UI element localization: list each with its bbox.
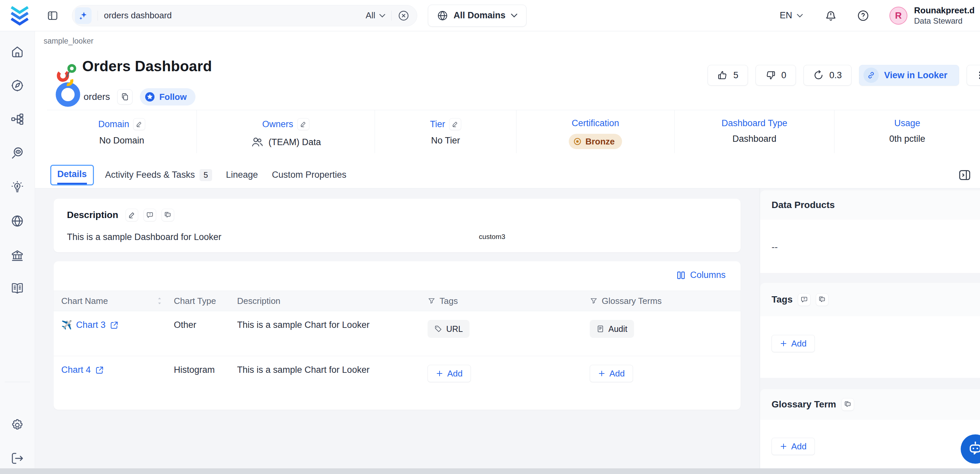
collapse-sidebar-icon[interactable]	[45, 8, 60, 23]
add-glossary-term-button[interactable]: Add	[772, 438, 815, 455]
tab-details[interactable]: Details	[50, 165, 94, 185]
tab-lineage[interactable]: Lineage	[226, 170, 258, 180]
governance-bank-icon[interactable]	[10, 249, 24, 262]
domain-value: No Domain	[99, 135, 144, 146]
help-icon[interactable]	[857, 9, 869, 22]
filter-icon	[590, 297, 598, 305]
book-icon	[597, 325, 605, 333]
certification-label[interactable]: Certification	[572, 118, 619, 129]
user-role: Data Steward	[914, 16, 975, 26]
chart-emoji: ✈️	[61, 320, 72, 330]
chart-3-link[interactable]: ✈️ Chart 3	[61, 320, 174, 330]
copy-icon	[121, 92, 129, 101]
divider	[391, 11, 391, 21]
description-card: Description ?	[54, 199, 741, 252]
tier-label[interactable]: Tier	[430, 119, 445, 129]
meta-tier: Tier No Tier	[375, 110, 517, 153]
plus-icon	[436, 370, 443, 377]
view-in-looker-button[interactable]: View in Looker	[859, 65, 959, 86]
plus-icon	[780, 340, 787, 347]
glossary-suggestions-icon[interactable]	[842, 398, 854, 411]
column-glossary-terms[interactable]: Glossary Terms	[590, 296, 725, 306]
usage-value: 0th pctile	[889, 134, 925, 144]
meta-owners: Owners (TEAM) Data	[197, 110, 375, 153]
popularity-score-button[interactable]: 0.3	[803, 65, 851, 86]
dashboard-type-label[interactable]: Dashboard Type	[722, 118, 788, 129]
globe-icon	[437, 10, 448, 21]
filter-icon	[428, 297, 436, 305]
notifications-bell-icon[interactable]	[825, 10, 837, 22]
tags-body: Add	[760, 316, 980, 378]
search-input[interactable]: orders dashboard	[104, 10, 172, 21]
observability-icon[interactable]	[10, 146, 24, 160]
link-icon	[864, 68, 879, 83]
data-products-value: --	[772, 242, 778, 252]
popularity-icon	[813, 70, 824, 81]
kebab-icon	[975, 70, 980, 80]
upvote-button[interactable]: 5	[708, 65, 748, 86]
main-content: sample_looker Orders Dashboard orders F	[35, 31, 980, 474]
globe-icon[interactable]	[10, 214, 24, 228]
follow-button[interactable]: Follow	[140, 88, 195, 105]
tag-url[interactable]: URL	[428, 320, 469, 338]
compass-icon[interactable]	[10, 78, 24, 92]
tags-suggestions-icon[interactable]	[816, 293, 829, 306]
medal-icon	[573, 137, 582, 146]
usage-label[interactable]: Usage	[894, 118, 920, 129]
add-glossary-term-button[interactable]: Add	[590, 365, 633, 382]
chevron-down-icon	[379, 14, 385, 17]
insights-bulb-icon[interactable]	[10, 180, 24, 194]
certification-badge[interactable]: Bronze	[569, 134, 622, 149]
tab-custom-properties[interactable]: Custom Properties	[272, 170, 347, 180]
add-tag-button[interactable]: Add	[428, 365, 471, 382]
all-domains-button[interactable]: All Domains	[428, 5, 527, 27]
global-search[interactable]: orders dashboard All	[72, 5, 417, 26]
add-tag-button[interactable]: Add	[772, 335, 815, 352]
column-chart-name[interactable]: Chart Name	[61, 296, 174, 306]
tab-activity-feeds[interactable]: Activity Feeds & Tasks 5	[105, 169, 212, 181]
charts-table-card: Columns Chart Name Chart Type Descriptio…	[54, 261, 741, 410]
search-scope-dropdown[interactable]: All	[366, 10, 385, 21]
owners-label[interactable]: Owners	[262, 119, 293, 129]
edit-domain-button[interactable]	[133, 118, 145, 130]
logout-icon[interactable]	[10, 451, 24, 465]
home-icon[interactable]	[10, 45, 24, 59]
metadata-row: Domain No Domain Owners (TEA	[47, 110, 980, 153]
collapse-right-panel-icon[interactable]	[958, 169, 971, 182]
clear-search-icon[interactable]	[398, 10, 410, 22]
meta-certification: Certification Bronze	[517, 110, 675, 153]
edit-owners-button[interactable]	[298, 118, 309, 130]
domain-label[interactable]: Domain	[98, 119, 129, 129]
plus-icon	[598, 370, 605, 377]
description-suggestions-icon[interactable]	[162, 209, 174, 221]
pencil-icon	[128, 212, 135, 219]
edit-tier-button[interactable]	[449, 118, 461, 130]
owners-value[interactable]: (TEAM) Data	[268, 137, 321, 148]
tags-help-icon[interactable]: ?	[798, 293, 810, 306]
glossary-term-header: Glossary Term	[760, 389, 980, 420]
edit-description-button[interactable]	[126, 209, 138, 221]
copy-link-button[interactable]	[117, 89, 132, 105]
looker-logo-icon	[49, 63, 83, 110]
glossary-term-audit[interactable]: Audit	[590, 320, 634, 338]
column-chart-type[interactable]: Chart Type	[174, 296, 237, 306]
chart-4-link[interactable]: Chart 4	[61, 365, 174, 375]
avatar[interactable]: R	[889, 7, 907, 25]
description-comment-icon[interactable]: ?	[143, 209, 156, 221]
columns-button[interactable]: Columns	[676, 270, 725, 280]
glossary-book-icon[interactable]	[10, 282, 24, 296]
columns-icon	[676, 270, 686, 280]
thumbs-down-icon	[765, 70, 776, 81]
language-selector[interactable]: EN	[780, 10, 803, 21]
user-info[interactable]: Rounakpreet.d Data Steward	[914, 5, 975, 26]
column-description[interactable]: Description	[237, 296, 428, 306]
more-actions-button[interactable]	[967, 65, 980, 86]
settings-gear-icon[interactable]	[10, 418, 24, 432]
meta-usage: Usage 0th pctile	[834, 110, 980, 153]
app-logo-icon[interactable]	[10, 5, 30, 26]
breadcrumb[interactable]: sample_looker	[44, 37, 94, 46]
lineage-graph-icon[interactable]	[10, 112, 24, 126]
column-tags[interactable]: Tags	[428, 296, 590, 306]
downvote-button[interactable]: 0	[756, 65, 796, 86]
dashboard-type-value: Dashboard	[732, 134, 776, 144]
